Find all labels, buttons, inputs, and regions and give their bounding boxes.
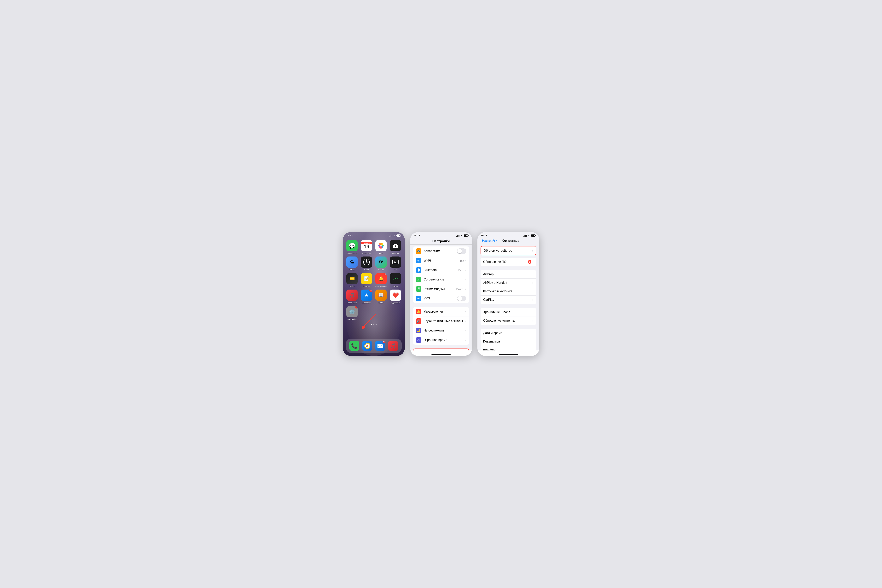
app-messages[interactable]: 💬 Сообщения: [346, 240, 358, 254]
settings-row-pip[interactable]: Картинка в картинке ›: [480, 287, 536, 296]
notif-chevron: ›: [465, 310, 466, 313]
battery-icon: [396, 234, 401, 237]
status-bar-home: 15:13 ▲: [343, 232, 405, 238]
hotspot-icon: [416, 286, 422, 292]
dock-music[interactable]: 🎵: [388, 341, 398, 351]
airplay-chevron: ›: [532, 281, 534, 284]
settings-row-screentime[interactable]: ⏱ Экранное время ›: [413, 335, 469, 345]
app-clock[interactable]: Часы: [360, 256, 373, 271]
settings-row-general[interactable]: ⚙️ Основные 1 ›: [414, 349, 468, 351]
app-maps[interactable]: 🗺 Карты: [375, 256, 387, 271]
airplane-toggle[interactable]: [457, 248, 466, 254]
phone-settings-main: 15:13 ▲ Настройки: [410, 232, 472, 356]
app-books[interactable]: 📖 Книги: [375, 290, 387, 304]
app-weather[interactable]: 🌤 Погода: [346, 256, 358, 271]
battery-icon-s2: [464, 234, 468, 237]
app-stocks[interactable]: Акции: [390, 273, 402, 287]
settings-row-wifi[interactable]: Wi-Fi fmk ›: [413, 256, 469, 266]
app-camera[interactable]: Камера: [390, 240, 402, 254]
app-appstore[interactable]: 35 App Store: [360, 290, 373, 304]
notif-label: Уведомления: [424, 310, 465, 314]
back-button[interactable]: ‹ Настройки: [480, 239, 497, 243]
appstore-badge: 35: [369, 290, 372, 292]
settings-row-vpn[interactable]: VPN VPN: [413, 294, 469, 303]
settings-group-datetime: Дата и время › Клавиатура › Шрифты › Язы…: [480, 329, 536, 351]
wifi-value: fmk: [459, 259, 464, 262]
screentime-chevron: ›: [465, 339, 466, 342]
svg-point-9: [380, 245, 382, 247]
datetime-label: Дата и время: [483, 331, 532, 335]
cellular-icon: [416, 277, 422, 282]
dock-safari[interactable]: 🧭: [362, 341, 372, 351]
wallet-icon: 💳: [346, 273, 358, 284]
dock: 📞 🧭 ✉️ 95 🎵: [346, 339, 402, 353]
wifi-row-icon: [416, 258, 422, 263]
settings-row-airplay[interactable]: AirPlay и Handoff ›: [480, 279, 536, 287]
svg-rect-22: [394, 264, 397, 264]
app-reminders[interactable]: 🔔 1 Напоминания: [375, 273, 387, 287]
settings-row-storage[interactable]: Хранилище iPhone ›: [480, 308, 536, 316]
signal-icon-s2: [456, 235, 459, 237]
settings-row-hotspot[interactable]: Режим модема Выкл. ›: [413, 284, 469, 294]
cellular-label: Сотовая связь: [424, 278, 465, 281]
settings-row-bluetooth[interactable]: Bluetooth Вкл. ›: [413, 266, 469, 275]
settings-main-list: ✈️ Авиарежим Wi-Fi fmk ›: [410, 244, 472, 351]
time-settings: 15:13: [414, 234, 420, 237]
dnd-label: Не беспокоить: [424, 329, 465, 332]
stocks-icon: [390, 273, 401, 284]
settings-row-cellular[interactable]: Сотовая связь ›: [413, 275, 469, 284]
settings-row-datetime[interactable]: Дата и время ›: [480, 329, 536, 337]
settings-row-carplay[interactable]: CarPlay ›: [480, 296, 536, 304]
settings-group-network: ✈️ Авиарежим Wi-Fi fmk ›: [413, 246, 469, 303]
settings-row-airplane[interactable]: ✈️ Авиарежим: [413, 246, 469, 256]
wifi-chevron: ›: [465, 259, 466, 262]
app-photos[interactable]: Фото: [375, 240, 387, 254]
messages-icon: 💬: [346, 240, 358, 251]
app-tv[interactable]: tv TV: [390, 256, 402, 271]
airplane-label: Авиарежим: [424, 249, 457, 253]
settings-row-bgrefresh[interactable]: Обновление контента ›: [480, 316, 536, 325]
bgrefresh-label: Обновление контента: [483, 319, 532, 322]
general-settings-list: Об этом устройстве › Обновление ПО 1 › A…: [477, 244, 539, 351]
about-label: Об этом устройстве: [484, 249, 532, 252]
phone-settings-general: 15:13 ▲ ‹ Настройки Осно: [477, 232, 539, 356]
vpn-icon: VPN: [416, 296, 422, 301]
dock-mail[interactable]: ✉️ 95: [375, 341, 385, 351]
settings-row-sounds[interactable]: 🔊 Звуки, тактильные сигналы ›: [413, 316, 469, 326]
settings-row-about[interactable]: Об этом устройстве ›: [481, 246, 536, 255]
app-notes[interactable]: 📝 Заметки: [360, 273, 373, 287]
airplay-label: AirPlay и Handoff: [483, 281, 532, 285]
photos-label: Фото: [379, 252, 383, 254]
svg-point-11: [395, 245, 396, 246]
vpn-toggle[interactable]: [457, 296, 466, 301]
keyboard-chevron: ›: [532, 340, 534, 343]
settings-row-notifications[interactable]: 🔔 Уведомления ›: [413, 307, 469, 316]
app-health[interactable]: ❤️ Здоровье: [390, 290, 402, 304]
phone-home-screen: 15:13 ▲ 💬 Сообщения ЧЕТВЕРГ: [343, 232, 405, 356]
about-chevron: ›: [532, 249, 533, 252]
settings-row-airdrop[interactable]: AirDrop ›: [480, 270, 536, 279]
settings-row-update[interactable]: Обновление ПО 1 ›: [480, 258, 536, 266]
app-itunes[interactable]: 🎵 iTunes Store: [346, 290, 358, 304]
status-bar-general: 15:13 ▲: [477, 232, 539, 238]
settings-group-storage: Хранилище iPhone › Обновление контента ›: [480, 308, 536, 325]
storage-label: Хранилище iPhone: [483, 310, 532, 314]
calendar-icon: ЧЕТВЕРГ 16: [361, 240, 372, 251]
app-calendar[interactable]: ЧЕТВЕРГ 16 Календарь: [360, 240, 373, 254]
dock-phone[interactable]: 📞: [349, 341, 359, 351]
keyboard-label: Клавиатура: [483, 340, 532, 343]
settings-row-keyboard[interactable]: Клавиатура ›: [480, 337, 536, 346]
back-label: Настройки: [482, 239, 497, 243]
status-icons-s2: ▲: [456, 234, 468, 237]
time-home: 15:13: [346, 234, 353, 237]
airplane-icon: ✈️: [416, 248, 422, 254]
settings-main-title: Настройки: [413, 239, 469, 243]
health-label: Здоровье: [392, 302, 399, 304]
settings-row-dnd[interactable]: 🌙 Не беспокоить ›: [413, 326, 469, 335]
weather-label: Погода: [349, 268, 355, 271]
app-wallet[interactable]: 💳 Wallet: [346, 273, 358, 287]
app-grid: 💬 Сообщения ЧЕТВЕРГ 16 Календарь: [343, 238, 405, 322]
notes-label: Заметки: [363, 285, 370, 287]
settings-row-fonts[interactable]: Шрифты ›: [480, 346, 536, 351]
pip-label: Картинка в картинке: [483, 290, 532, 293]
